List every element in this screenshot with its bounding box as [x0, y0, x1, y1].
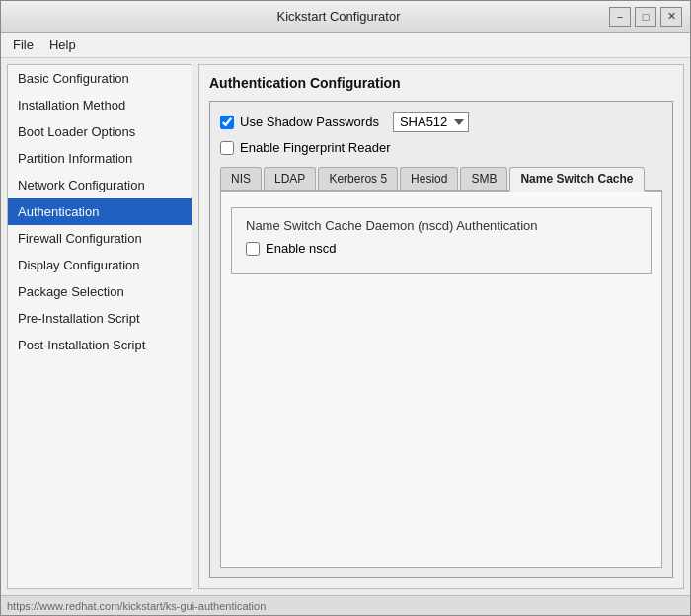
tab-kerberos5[interactable]: Kerberos 5 [318, 167, 398, 190]
menu-help[interactable]: Help [41, 35, 84, 55]
shadow-passwords-label: Use Shadow Passwords [240, 115, 379, 129]
tabs-bar: NIS LDAP Kerberos 5 Hesiod SMB Name Swit… [220, 167, 662, 192]
status-bar: https://www.redhat.com/kickstart/ks-gui-… [1, 595, 690, 615]
maximize-button[interactable]: □ [635, 7, 656, 27]
shadow-passwords-checkbox[interactable] [220, 116, 234, 129]
sidebar-item-firewall-config[interactable]: Firewall Configuration [8, 225, 192, 252]
sidebar-item-pre-install[interactable]: Pre-Installation Script [8, 305, 192, 332]
section-title: Authentication Configuration [209, 75, 673, 91]
menu-file[interactable]: File [5, 35, 41, 55]
tab-content-name-switch-cache: Name Switch Cache Daemon (nscd) Authenti… [220, 192, 662, 568]
enable-nscd-checkbox[interactable] [246, 242, 260, 256]
sidebar-item-post-install[interactable]: Post-Installation Script [8, 332, 192, 358]
sidebar-item-network-config[interactable]: Network Configuration [8, 172, 192, 198]
menu-bar: File Help [1, 33, 690, 58]
enable-nscd-label: Enable nscd [266, 241, 337, 256]
shadow-passwords-row: Use Shadow Passwords SHA512 SHA256 MD5 [220, 112, 662, 132]
fingerprint-row: Enable Fingerprint Reader [220, 140, 662, 155]
fingerprint-label: Enable Fingerprint Reader [240, 140, 390, 155]
close-button[interactable]: ✕ [660, 7, 682, 27]
sidebar: Basic Configuration Installation Method … [7, 64, 192, 589]
fingerprint-checkbox[interactable] [220, 141, 234, 155]
sidebar-item-partition-info[interactable]: Partition Information [8, 145, 192, 172]
main-window: Kickstart Configurator − □ ✕ File Help B… [0, 0, 691, 616]
sidebar-item-installation-method[interactable]: Installation Method [8, 92, 192, 118]
sidebar-item-boot-loader[interactable]: Boot Loader Options [8, 118, 192, 145]
title-bar-buttons: − □ ✕ [609, 7, 682, 27]
window-title: Kickstart Configurator [68, 9, 609, 24]
sidebar-item-basic-config[interactable]: Basic Configuration [8, 65, 192, 92]
tab-ldap[interactable]: LDAP [264, 167, 316, 190]
status-text: https://www.redhat.com/kickstart/ks-gui-… [7, 600, 266, 612]
enable-nscd-row: Enable nscd [246, 241, 637, 256]
title-bar: Kickstart Configurator − □ ✕ [1, 1, 690, 33]
nscd-group-title: Name Switch Cache Daemon (nscd) Authenti… [246, 218, 637, 233]
tab-smb[interactable]: SMB [460, 167, 507, 190]
sidebar-item-package-selection[interactable]: Package Selection [8, 278, 192, 305]
content-area: Basic Configuration Installation Method … [1, 58, 690, 595]
auth-config-box: Use Shadow Passwords SHA512 SHA256 MD5 E… [209, 101, 673, 578]
main-panel: Authentication Configuration Use Shadow … [198, 64, 684, 589]
tab-name-switch-cache[interactable]: Name Switch Cache [509, 167, 644, 192]
sidebar-item-authentication[interactable]: Authentication [8, 198, 192, 225]
sidebar-item-display-config[interactable]: Display Configuration [8, 252, 192, 278]
tab-nis[interactable]: NIS [220, 167, 262, 190]
tab-hesiod[interactable]: Hesiod [400, 167, 458, 190]
nscd-group: Name Switch Cache Daemon (nscd) Authenti… [231, 207, 652, 274]
sha-dropdown[interactable]: SHA512 SHA256 MD5 [393, 112, 469, 132]
minimize-button[interactable]: − [609, 7, 631, 27]
